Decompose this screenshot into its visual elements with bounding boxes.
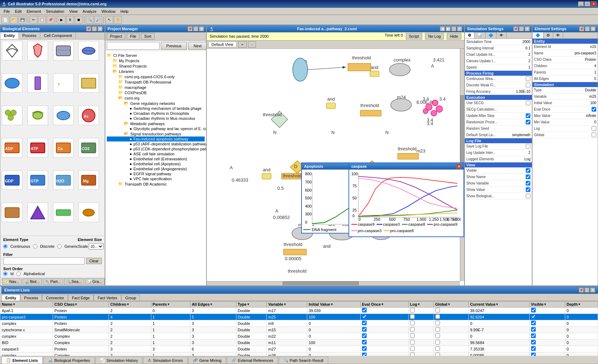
bio-item-20[interactable] xyxy=(2,203,22,222)
elem-close-button[interactable]: ✕ xyxy=(591,26,596,31)
new-button[interactable]: 📄 xyxy=(1,16,9,24)
stop-button[interactable]: ⏹ xyxy=(75,16,83,24)
pm-min-button[interactable]: _ xyxy=(193,26,198,31)
bio-item-4[interactable] xyxy=(2,73,22,93)
tree-libraries[interactable]: 📂 Libraries xyxy=(107,69,205,74)
menu-analyze[interactable]: Analyze xyxy=(80,9,99,14)
tree-fas-induced[interactable]: ● Fas-induced apoptosis pathway xyxy=(107,136,205,141)
canvas-min-button[interactable]: _ xyxy=(451,26,456,31)
col-children[interactable]: Children xyxy=(109,301,151,307)
check-show-value[interactable] xyxy=(526,187,530,192)
bio-item-16[interactable]: GDP xyxy=(2,170,22,190)
pm-tab-file[interactable]: File xyxy=(127,33,140,39)
elem-min-button[interactable]: _ xyxy=(585,26,590,31)
bio-item-1[interactable] xyxy=(27,41,48,60)
clear-button[interactable]: Clear xyxy=(86,258,102,264)
check-use-secg[interactable] xyxy=(526,101,530,105)
check-randomize[interactable] xyxy=(526,120,530,124)
check-eval-once[interactable] xyxy=(592,107,596,112)
bio-item-12[interactable]: ADP xyxy=(2,138,22,157)
bio-item-23[interactable] xyxy=(78,203,99,222)
bio-item-10[interactable] xyxy=(53,106,74,125)
bio-item-8[interactable] xyxy=(2,106,22,125)
pm-pin-button[interactable]: 📌 xyxy=(188,26,193,31)
tree-gene-regulatory[interactable]: 📂 Gene regulatory networks xyxy=(107,101,205,106)
bottom-tab-gene-mining[interactable]: 🧬 Gene Mining xyxy=(188,357,226,364)
bio-item-22[interactable] xyxy=(53,203,74,222)
check-show-bio[interactable] xyxy=(526,194,530,198)
menu-view[interactable]: View xyxy=(67,9,80,14)
el-tab-connector[interactable]: Connector xyxy=(42,295,68,301)
tree-p53-cdk[interactable]: ● p53 (CDK-dependent phosphorylation pat… xyxy=(107,146,205,151)
tree-egfr[interactable]: ● EGFR signal pathway xyxy=(107,171,205,176)
check-log[interactable] xyxy=(592,126,596,131)
sim-settings-min[interactable]: _ xyxy=(519,26,524,31)
table-row[interactable]: pro-caspase3Protein415Doublem2510092.620… xyxy=(0,314,598,320)
nav-tab-1[interactable]: 🔬 Biol... xyxy=(22,278,42,285)
copy-button[interactable]: 📋 xyxy=(38,16,46,24)
save-button[interactable]: 💾 xyxy=(19,16,26,24)
tree-cios[interactable]: 📁 csml.org.zipped-CIOS.0-only xyxy=(107,74,205,79)
canvas-main[interactable]: m10 threshold and complex 3.421 A xyxy=(207,49,464,285)
el-tab-group[interactable]: Group xyxy=(121,295,140,301)
table-row[interactable]: complexProtein213Doublem9000 xyxy=(0,320,598,327)
radio-discrete[interactable] xyxy=(33,244,37,248)
caspase-chart-close[interactable]: ✕ xyxy=(456,164,461,169)
sim-tab-elem[interactable]: 🔷 xyxy=(486,32,497,38)
el-tab-fact-edge[interactable]: Fact Edge xyxy=(68,295,94,301)
radio-generic[interactable] xyxy=(57,244,62,248)
col-initial-value[interactable]: Initial Value xyxy=(307,301,361,307)
hide-button[interactable]: Hide xyxy=(447,33,461,39)
bio-item-15[interactable]: CO2 xyxy=(78,138,99,157)
el-min-button[interactable]: _ xyxy=(584,288,589,293)
col-eval-once[interactable]: Eval Once xyxy=(360,301,408,307)
bio-pin-button[interactable]: 📌 xyxy=(86,26,91,31)
cut-button[interactable]: ✂ xyxy=(30,16,37,24)
check-update-after[interactable] xyxy=(526,113,530,118)
script-button[interactable]: Script xyxy=(406,33,422,39)
tree-signal-trans[interactable]: 📂 Signal transduction pathways xyxy=(107,131,205,136)
menu-simulation[interactable]: Simulation xyxy=(44,9,66,14)
check-global[interactable] xyxy=(592,133,596,137)
zoom-in-button[interactable]: 🔍 xyxy=(86,16,94,24)
menu-element[interactable]: Element xyxy=(25,9,43,14)
h-scrollbar-thumb[interactable] xyxy=(283,282,358,285)
hand-button[interactable]: ✋ xyxy=(114,16,122,24)
bottom-tab-path-search[interactable]: 🔍 Path Search Result xyxy=(279,357,328,364)
tab-cell-component[interactable]: Cell Component xyxy=(40,32,76,39)
tree-glycolytic[interactable]: ● Glycolytic pathway and lac operon of E… xyxy=(107,126,205,131)
paste-button[interactable]: 📌 xyxy=(47,16,54,24)
col-parents[interactable]: Parents xyxy=(151,301,190,307)
tree-coxpresdb[interactable]: 📁 COXPresDB xyxy=(107,90,205,95)
zoom-out-button[interactable]: 🔎 xyxy=(94,16,102,24)
tree-ase[interactable]: ● ASE cell fate simulation xyxy=(107,151,205,156)
menu-file[interactable]: File xyxy=(1,9,12,14)
menu-help[interactable]: Help xyxy=(118,9,131,14)
bottom-tab-sim-errors[interactable]: ⚠ Simulation Errors xyxy=(143,357,187,364)
data-table-container[interactable]: Name CSO Class Children Parents All Edge… xyxy=(0,301,598,356)
bio-item-21[interactable] xyxy=(27,203,48,222)
pm-tab-sort[interactable]: Sort xyxy=(141,33,154,39)
check-save-log[interactable] xyxy=(526,144,530,149)
radio-sort-alpha[interactable] xyxy=(16,272,21,276)
canvas-zoom-in[interactable]: + xyxy=(238,41,247,48)
col-type[interactable]: Type xyxy=(236,301,267,307)
nav-tab-2[interactable]: 🔧 Part... xyxy=(43,278,63,285)
tab-process[interactable]: Process xyxy=(19,32,41,39)
el-close-button[interactable]: ✕ xyxy=(590,288,595,293)
pause-button[interactable]: ⏸ xyxy=(66,16,74,24)
bio-item-5[interactable] xyxy=(27,73,48,93)
el-tab-entity[interactable]: Entity xyxy=(1,295,20,301)
bio-item-0[interactable] xyxy=(2,41,22,60)
table-row[interactable]: complexComplex213Doublem2800.000850 xyxy=(0,352,598,356)
sim-tab-chart[interactable]: 📊 xyxy=(474,32,486,38)
filter-input[interactable] xyxy=(3,257,85,264)
sim-settings-close[interactable]: ✕ xyxy=(525,26,530,31)
menu-window[interactable]: Window xyxy=(99,9,117,14)
pm-close-button[interactable]: ✕ xyxy=(199,26,204,31)
tree-endo-angio[interactable]: ● Endothelial cell (Angiogenesis) xyxy=(107,166,205,171)
canvas-zoom-out[interactable]: - xyxy=(248,41,256,48)
col-current-value[interactable]: Current Value xyxy=(468,301,529,307)
tree-my-projects[interactable]: 📁 My Projects xyxy=(107,58,205,63)
caspase-chart[interactable]: caspase ✕ 100 75 50 25 0 xyxy=(348,162,464,237)
